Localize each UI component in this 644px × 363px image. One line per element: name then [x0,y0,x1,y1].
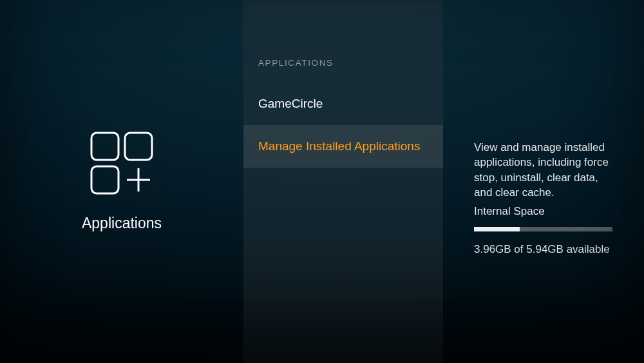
menu-panel: APPLICATIONS GameCircle Manage Installed… [243,0,443,363]
section-header: APPLICATIONS [258,58,334,68]
svg-rect-2 [91,166,118,193]
storage-progress-bar [474,227,612,231]
storage-label: Internal Space [474,205,545,218]
detail-description: View and manage installed applications, … [474,140,611,201]
svg-rect-1 [125,133,152,160]
applications-icon [90,131,154,195]
menu-item-manage-installed-applications[interactable]: Manage Installed Applications [243,125,443,168]
left-panel-title: Applications [82,215,162,232]
settings-screen: Applications APPLICATIONS GameCircle Man… [0,0,644,363]
storage-available-text: 3.96GB of 5.94GB available [474,243,610,256]
menu-item-label: Manage Installed Applications [258,139,420,153]
menu-list: GameCircle Manage Installed Applications [243,83,443,168]
storage-progress-fill [474,227,520,231]
menu-item-label: GameCircle [258,97,323,111]
svg-rect-0 [91,133,118,160]
detail-panel: View and manage installed applications, … [443,0,644,363]
left-panel: Applications [0,0,243,363]
menu-item-gamecircle[interactable]: GameCircle [243,83,443,125]
